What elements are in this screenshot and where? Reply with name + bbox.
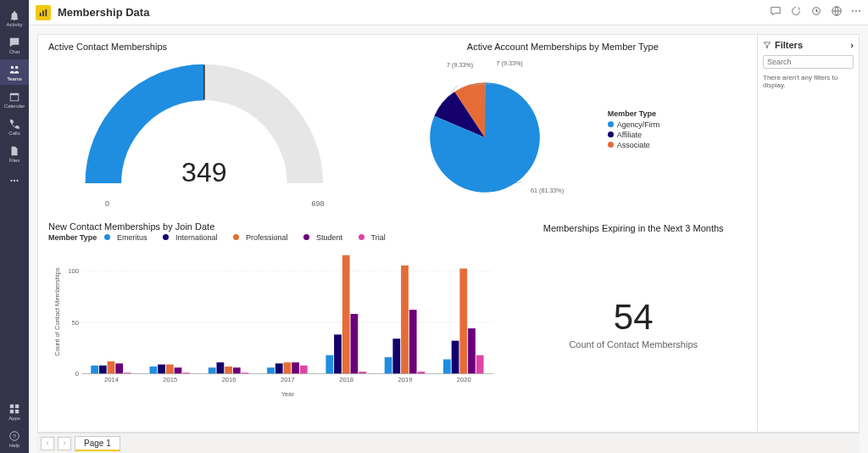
tab-prev[interactable]: ‹	[41, 437, 54, 450]
svg-text:Count of Contact Memberships: Count of Contact Memberships	[53, 267, 61, 355]
pie-visual[interactable]: Active Account Memberships by Member Typ…	[372, 38, 754, 218]
svg-rect-15	[46, 8, 47, 15]
svg-text:2017: 2017	[281, 376, 295, 383]
svg-point-4	[10, 180, 12, 182]
svg-rect-51	[275, 364, 283, 374]
svg-rect-52	[284, 362, 292, 373]
chat-icon[interactable]	[770, 5, 782, 20]
svg-rect-41	[175, 367, 182, 373]
svg-rect-50	[267, 367, 275, 373]
svg-rect-70	[459, 269, 467, 374]
svg-rect-68	[443, 360, 451, 374]
bar-visual[interactable]: New Contact Memberships by Join Date Mem…	[42, 218, 508, 428]
filters-search-input[interactable]	[763, 55, 854, 69]
rail-files[interactable]: Files	[0, 141, 29, 166]
bar-title: New Contact Memberships by Join Date	[48, 221, 501, 232]
svg-text:2016: 2016	[222, 376, 236, 383]
rail-more[interactable]	[0, 168, 29, 193]
svg-text:2015: 2015	[163, 376, 177, 383]
svg-rect-57	[334, 334, 342, 373]
svg-rect-38	[150, 366, 158, 374]
svg-point-1	[15, 65, 19, 69]
tab-page-1[interactable]: Page 1	[75, 436, 120, 451]
svg-rect-62	[385, 357, 392, 373]
svg-rect-53	[292, 362, 299, 373]
svg-rect-66	[417, 372, 425, 373]
svg-rect-71	[468, 328, 476, 373]
card-title: Memberships Expiring in the Next 3 Month…	[513, 223, 754, 233]
rail-help[interactable]: ?Help	[0, 426, 29, 451]
svg-point-5	[14, 180, 15, 182]
svg-rect-33	[99, 366, 107, 374]
filters-empty-text: There aren't any filters to display.	[763, 74, 854, 89]
page-tab-bar: ‹ › Page 1	[37, 433, 860, 453]
reset-icon[interactable]	[810, 5, 822, 20]
svg-rect-60	[359, 372, 366, 373]
card-label: Count of Contact Memberships	[569, 339, 698, 350]
gauge-title: Active Contact Memberships	[48, 42, 360, 52]
svg-rect-10	[15, 409, 19, 412]
svg-rect-46	[225, 366, 232, 374]
svg-rect-72	[476, 355, 484, 374]
svg-rect-47	[233, 367, 241, 373]
card-value: 54	[614, 297, 654, 338]
svg-point-0	[11, 65, 14, 69]
svg-rect-54	[300, 366, 308, 374]
svg-rect-39	[158, 365, 165, 374]
gauge-max: 698	[312, 199, 325, 208]
svg-text:2019: 2019	[398, 376, 413, 383]
main-area: Membership Data ⋯ Active Contact Members…	[29, 0, 868, 453]
refresh-icon[interactable]	[790, 5, 802, 20]
filter-icon	[763, 41, 771, 49]
svg-rect-32	[91, 366, 98, 374]
rail-calendar[interactable]: Calendar	[0, 87, 29, 112]
rail-activity[interactable]: Activity	[0, 5, 29, 31]
svg-rect-9	[10, 409, 14, 412]
gauge-min: 0	[105, 199, 109, 208]
gauge-value: 349	[181, 157, 226, 188]
chevron-right-icon[interactable]: ›	[850, 40, 854, 50]
powerbi-icon	[36, 5, 51, 20]
svg-rect-40	[166, 365, 174, 374]
svg-rect-58	[342, 255, 350, 374]
svg-rect-8	[15, 404, 19, 407]
globe-icon[interactable]	[831, 5, 843, 20]
svg-text:61 (81.33%): 61 (81.33%)	[531, 187, 564, 194]
svg-rect-63	[392, 338, 400, 373]
svg-text:2014: 2014	[104, 376, 119, 383]
gauge-visual[interactable]: Active Contact Memberships 349 0 698	[42, 38, 367, 218]
svg-text:100: 100	[68, 267, 79, 275]
svg-rect-69	[452, 341, 459, 374]
svg-rect-65	[409, 310, 417, 373]
rail-calls[interactable]: Calls	[0, 114, 29, 139]
rail-apps[interactable]: Apps	[0, 399, 29, 424]
svg-text:0: 0	[75, 371, 79, 378]
pie-title: Active Account Memberships by Member Typ…	[379, 42, 747, 52]
svg-rect-3	[11, 95, 19, 100]
page-title: Membership Data	[58, 6, 149, 19]
svg-rect-14	[42, 10, 44, 16]
svg-text:7 (9.33%): 7 (9.33%)	[447, 61, 473, 69]
svg-rect-56	[326, 355, 333, 374]
teams-app-rail: Activity Chat Teams Calendar Calls Files…	[0, 0, 29, 453]
pie-legend: Member Type Agency/Firm Affiliate Associ…	[608, 109, 660, 151]
svg-rect-44	[209, 367, 216, 373]
rail-chat[interactable]: Chat	[0, 32, 29, 58]
svg-text:2020: 2020	[457, 376, 471, 383]
more-icon[interactable]: ⋯	[851, 5, 861, 20]
svg-rect-64	[401, 266, 409, 374]
svg-text:?: ?	[13, 433, 16, 439]
svg-text:2018: 2018	[339, 376, 353, 383]
svg-rect-59	[351, 314, 359, 374]
svg-rect-45	[217, 362, 225, 373]
svg-text:50: 50	[72, 319, 79, 327]
svg-point-6	[16, 180, 18, 182]
svg-text:Year: Year	[281, 390, 295, 398]
tab-next[interactable]: ›	[58, 437, 71, 450]
bar-legend: Member Type Emeritus International Profe…	[48, 233, 501, 243]
svg-rect-34	[108, 361, 115, 374]
rail-teams[interactable]: Teams	[0, 59, 29, 85]
card-visual[interactable]: Memberships Expiring in the Next 3 Month…	[513, 218, 754, 428]
svg-rect-13	[40, 13, 42, 16]
report-canvas: Active Contact Memberships 349 0 698	[29, 25, 868, 453]
